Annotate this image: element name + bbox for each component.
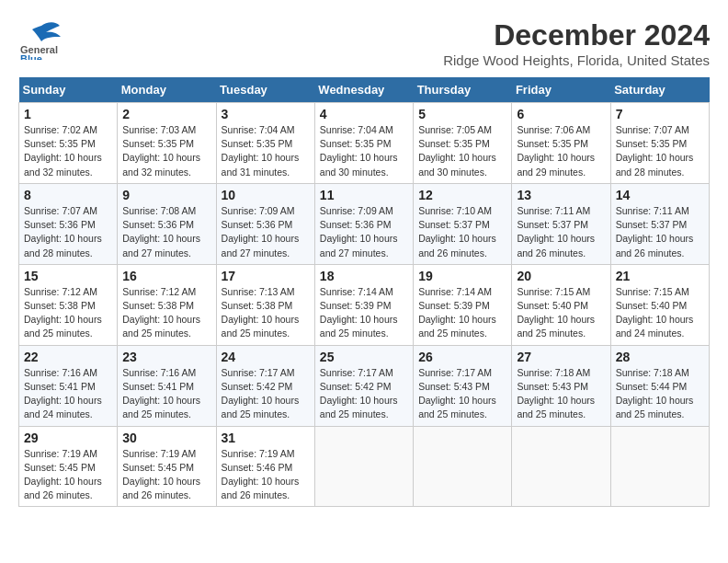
day-info: Sunrise: 7:06 AM Sunset: 5:35 PM Dayligh… <box>517 123 605 179</box>
weekday-header-tuesday: Tuesday <box>216 77 314 103</box>
calendar-cell: 22Sunrise: 7:16 AM Sunset: 5:41 PM Dayli… <box>19 345 118 426</box>
calendar-cell: 6Sunrise: 7:06 AM Sunset: 5:35 PM Daylig… <box>512 103 610 184</box>
logo-icon: General Blue <box>18 18 64 60</box>
day-info: Sunrise: 7:17 AM Sunset: 5:42 PM Dayligh… <box>320 366 408 422</box>
calendar-cell: 28Sunrise: 7:18 AM Sunset: 5:44 PM Dayli… <box>610 345 709 426</box>
day-number: 21 <box>616 269 704 283</box>
day-info: Sunrise: 7:07 AM Sunset: 5:36 PM Dayligh… <box>24 204 112 260</box>
day-info: Sunrise: 7:16 AM Sunset: 5:41 PM Dayligh… <box>24 366 112 422</box>
day-number: 1 <box>24 107 112 121</box>
calendar-cell: 4Sunrise: 7:04 AM Sunset: 5:35 PM Daylig… <box>314 103 413 184</box>
calendar-cell <box>512 426 610 507</box>
day-number: 2 <box>122 107 210 121</box>
day-info: Sunrise: 7:18 AM Sunset: 5:44 PM Dayligh… <box>616 366 704 422</box>
day-info: Sunrise: 7:12 AM Sunset: 5:38 PM Dayligh… <box>24 285 112 341</box>
day-info: Sunrise: 7:11 AM Sunset: 5:37 PM Dayligh… <box>616 204 704 260</box>
weekday-header-thursday: Thursday <box>414 77 512 103</box>
day-number: 12 <box>418 188 506 202</box>
calendar-cell: 5Sunrise: 7:05 AM Sunset: 5:35 PM Daylig… <box>414 103 512 184</box>
calendar-cell: 20Sunrise: 7:15 AM Sunset: 5:40 PM Dayli… <box>512 264 610 345</box>
weekday-header-sunday: Sunday <box>19 77 118 103</box>
calendar-cell <box>610 426 709 507</box>
calendar-cell: 9Sunrise: 7:08 AM Sunset: 5:36 PM Daylig… <box>118 183 216 264</box>
weekday-header-wednesday: Wednesday <box>314 77 413 103</box>
calendar-cell: 12Sunrise: 7:10 AM Sunset: 5:37 PM Dayli… <box>414 183 512 264</box>
calendar-week-row: 15Sunrise: 7:12 AM Sunset: 5:38 PM Dayli… <box>19 264 710 345</box>
calendar-week-row: 29Sunrise: 7:19 AM Sunset: 5:45 PM Dayli… <box>19 426 710 507</box>
day-info: Sunrise: 7:14 AM Sunset: 5:39 PM Dayligh… <box>320 285 408 341</box>
day-number: 6 <box>517 107 605 121</box>
day-number: 16 <box>122 269 210 283</box>
day-info: Sunrise: 7:18 AM Sunset: 5:43 PM Dayligh… <box>517 366 605 422</box>
calendar-cell: 16Sunrise: 7:12 AM Sunset: 5:38 PM Dayli… <box>118 264 216 345</box>
day-number: 31 <box>222 431 310 445</box>
day-info: Sunrise: 7:10 AM Sunset: 5:37 PM Dayligh… <box>418 204 506 260</box>
weekday-header-saturday: Saturday <box>610 77 709 103</box>
calendar-week-row: 22Sunrise: 7:16 AM Sunset: 5:41 PM Dayli… <box>19 345 710 426</box>
calendar-cell: 18Sunrise: 7:14 AM Sunset: 5:39 PM Dayli… <box>314 264 413 345</box>
day-info: Sunrise: 7:12 AM Sunset: 5:38 PM Dayligh… <box>122 285 210 341</box>
page-header: General Blue December 2024 Ridge Wood He… <box>18 18 710 68</box>
weekday-header-monday: Monday <box>118 77 216 103</box>
weekday-header-friday: Friday <box>512 77 610 103</box>
day-number: 5 <box>418 107 506 121</box>
title-section: December 2024 Ridge Wood Heights, Florid… <box>443 18 710 68</box>
day-number: 7 <box>616 107 704 121</box>
calendar-cell: 3Sunrise: 7:04 AM Sunset: 5:35 PM Daylig… <box>216 103 314 184</box>
day-number: 4 <box>320 107 408 121</box>
day-number: 30 <box>122 431 210 445</box>
calendar-cell: 8Sunrise: 7:07 AM Sunset: 5:36 PM Daylig… <box>19 183 118 264</box>
day-info: Sunrise: 7:19 AM Sunset: 5:45 PM Dayligh… <box>24 447 112 503</box>
day-number: 20 <box>517 269 605 283</box>
day-number: 10 <box>222 188 310 202</box>
day-info: Sunrise: 7:15 AM Sunset: 5:40 PM Dayligh… <box>616 285 704 341</box>
day-number: 3 <box>222 107 310 121</box>
day-number: 17 <box>222 269 310 283</box>
day-number: 19 <box>418 269 506 283</box>
calendar-table: SundayMondayTuesdayWednesdayThursdayFrid… <box>18 77 710 507</box>
calendar-cell: 21Sunrise: 7:15 AM Sunset: 5:40 PM Dayli… <box>610 264 709 345</box>
calendar-cell: 29Sunrise: 7:19 AM Sunset: 5:45 PM Dayli… <box>19 426 118 507</box>
day-info: Sunrise: 7:16 AM Sunset: 5:41 PM Dayligh… <box>122 366 210 422</box>
calendar-cell: 15Sunrise: 7:12 AM Sunset: 5:38 PM Dayli… <box>19 264 118 345</box>
weekday-header-row: SundayMondayTuesdayWednesdayThursdayFrid… <box>19 77 710 103</box>
calendar-cell: 24Sunrise: 7:17 AM Sunset: 5:42 PM Dayli… <box>216 345 314 426</box>
day-number: 25 <box>320 350 408 364</box>
day-info: Sunrise: 7:02 AM Sunset: 5:35 PM Dayligh… <box>24 123 112 179</box>
day-number: 18 <box>320 269 408 283</box>
day-info: Sunrise: 7:09 AM Sunset: 5:36 PM Dayligh… <box>320 204 408 260</box>
calendar-cell: 11Sunrise: 7:09 AM Sunset: 5:36 PM Dayli… <box>314 183 413 264</box>
day-number: 24 <box>222 350 310 364</box>
day-number: 13 <box>517 188 605 202</box>
day-info: Sunrise: 7:19 AM Sunset: 5:46 PM Dayligh… <box>222 447 310 503</box>
day-number: 15 <box>24 269 112 283</box>
calendar-cell: 7Sunrise: 7:07 AM Sunset: 5:35 PM Daylig… <box>610 103 709 184</box>
calendar-cell: 27Sunrise: 7:18 AM Sunset: 5:43 PM Dayli… <box>512 345 610 426</box>
day-info: Sunrise: 7:08 AM Sunset: 5:36 PM Dayligh… <box>122 204 210 260</box>
day-number: 22 <box>24 350 112 364</box>
calendar-cell: 10Sunrise: 7:09 AM Sunset: 5:36 PM Dayli… <box>216 183 314 264</box>
calendar-cell: 14Sunrise: 7:11 AM Sunset: 5:37 PM Dayli… <box>610 183 709 264</box>
month-year-title: December 2024 <box>443 18 710 52</box>
day-info: Sunrise: 7:05 AM Sunset: 5:35 PM Dayligh… <box>418 123 506 179</box>
day-info: Sunrise: 7:04 AM Sunset: 5:35 PM Dayligh… <box>222 123 310 179</box>
day-number: 29 <box>24 431 112 445</box>
day-info: Sunrise: 7:15 AM Sunset: 5:40 PM Dayligh… <box>517 285 605 341</box>
day-info: Sunrise: 7:14 AM Sunset: 5:39 PM Dayligh… <box>418 285 506 341</box>
day-number: 28 <box>616 350 704 364</box>
day-info: Sunrise: 7:09 AM Sunset: 5:36 PM Dayligh… <box>222 204 310 260</box>
calendar-cell: 31Sunrise: 7:19 AM Sunset: 5:46 PM Dayli… <box>216 426 314 507</box>
calendar-cell: 13Sunrise: 7:11 AM Sunset: 5:37 PM Dayli… <box>512 183 610 264</box>
day-number: 14 <box>616 188 704 202</box>
svg-text:Blue: Blue <box>20 53 42 60</box>
calendar-cell <box>414 426 512 507</box>
calendar-cell: 19Sunrise: 7:14 AM Sunset: 5:39 PM Dayli… <box>414 264 512 345</box>
calendar-cell: 26Sunrise: 7:17 AM Sunset: 5:43 PM Dayli… <box>414 345 512 426</box>
day-info: Sunrise: 7:03 AM Sunset: 5:35 PM Dayligh… <box>122 123 210 179</box>
day-number: 27 <box>517 350 605 364</box>
day-info: Sunrise: 7:19 AM Sunset: 5:45 PM Dayligh… <box>122 447 210 503</box>
day-number: 11 <box>320 188 408 202</box>
calendar-cell: 1Sunrise: 7:02 AM Sunset: 5:35 PM Daylig… <box>19 103 118 184</box>
day-number: 23 <box>122 350 210 364</box>
day-number: 26 <box>418 350 506 364</box>
